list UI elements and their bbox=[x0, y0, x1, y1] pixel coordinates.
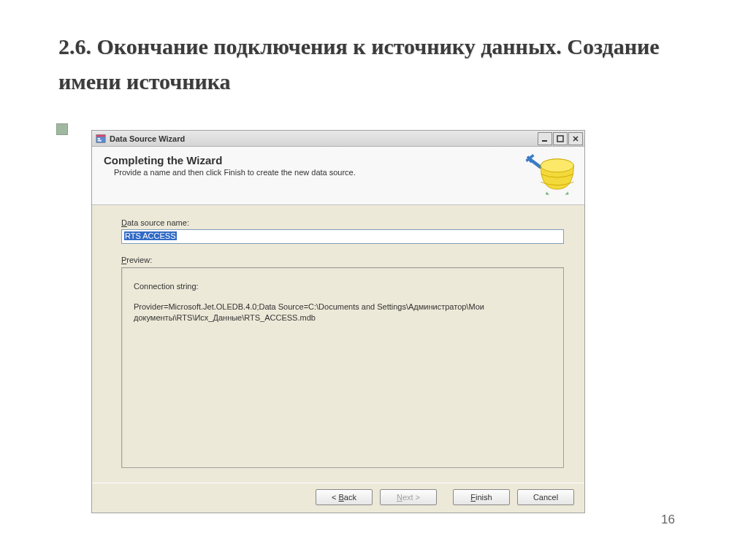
wizard-content: Data source name: RTS ACCESS Preview: Co… bbox=[92, 205, 584, 483]
svg-point-7 bbox=[541, 159, 573, 172]
slide-accent-square bbox=[56, 123, 68, 135]
window-title: Data Source Wizard bbox=[110, 134, 537, 143]
minimize-button[interactable] bbox=[538, 132, 552, 145]
svg-rect-4 bbox=[542, 140, 547, 142]
wizard-window: Data Source Wizard Completing the Wizard… bbox=[91, 130, 585, 513]
finish-button[interactable]: Finish bbox=[453, 489, 510, 505]
ds-name-input[interactable]: RTS ACCESS bbox=[121, 229, 564, 244]
wizard-header-subtitle: Provide a name and then click Finish to … bbox=[104, 168, 573, 177]
connection-string-value: Provider=Microsoft.Jet.OLEDB.4.0;Data So… bbox=[134, 302, 552, 323]
close-button[interactable] bbox=[568, 132, 583, 145]
page-number: 16 bbox=[661, 513, 675, 527]
titlebar[interactable]: Data Source Wizard bbox=[92, 131, 584, 147]
connection-string-label: Connection string: bbox=[134, 281, 552, 291]
svg-rect-1 bbox=[96, 134, 105, 137]
svg-rect-3 bbox=[98, 139, 102, 141]
cancel-button[interactable]: Cancel bbox=[517, 489, 574, 505]
app-icon bbox=[95, 133, 107, 145]
maximize-button[interactable] bbox=[553, 132, 568, 145]
preview-box: Connection string: Provider=Microsoft.Je… bbox=[121, 267, 564, 468]
ds-name-label: Data source name: bbox=[121, 218, 564, 227]
svg-rect-5 bbox=[557, 136, 563, 142]
svg-rect-2 bbox=[98, 138, 101, 139]
button-bar: < Back Next > Finish Cancel bbox=[92, 483, 584, 513]
database-icon bbox=[523, 151, 576, 198]
back-button[interactable]: < Back bbox=[316, 489, 373, 505]
preview-label: Preview: bbox=[121, 256, 564, 264]
wizard-header: Completing the Wizard Provide a name and… bbox=[92, 147, 584, 205]
wizard-header-title: Completing the Wizard bbox=[104, 154, 573, 166]
next-button: Next > bbox=[380, 489, 437, 505]
slide-title: 2.6. Окончание подключения к источнику д… bbox=[0, 0, 748, 114]
